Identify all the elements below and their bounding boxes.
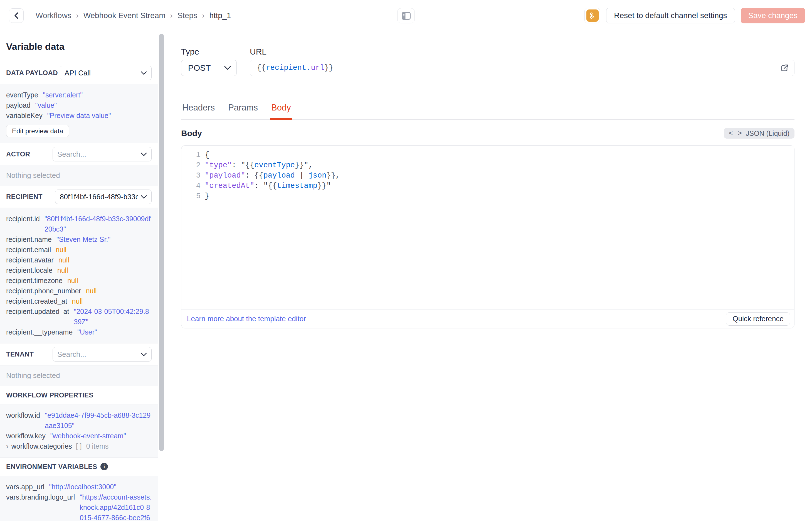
quick-reference-button[interactable]: Quick reference bbox=[726, 312, 790, 325]
data-row: workflow.key"webhook-event-stream" bbox=[6, 431, 152, 441]
breadcrumb-separator-icon: › bbox=[202, 12, 205, 20]
tenant-row: TENANT Search... bbox=[0, 343, 158, 365]
top-header: Workflows › Webhook Event Stream › Steps… bbox=[0, 0, 812, 31]
items-count: 0 items bbox=[86, 441, 109, 451]
sidebar-scrollbar[interactable] bbox=[159, 34, 164, 451]
chevron-down-icon bbox=[224, 66, 231, 70]
empty-array-badge: [ ] bbox=[76, 441, 82, 451]
code-line: 4"createdAt": "{{timestamp}}" bbox=[182, 181, 794, 191]
chevron-down-icon bbox=[141, 353, 147, 356]
chevron-down-icon bbox=[141, 153, 147, 156]
request-tabs: Headers Params Body bbox=[181, 103, 794, 120]
breadcrumb-separator-icon: › bbox=[170, 12, 173, 20]
code-line: 1{ bbox=[182, 150, 794, 160]
body-section-label: Body bbox=[181, 129, 202, 138]
data-row: eventType "server:alert" bbox=[6, 90, 152, 100]
variable-data-sidebar: Variable data DATA PAYLOAD API Call even… bbox=[0, 31, 166, 521]
breadcrumb-steps[interactable]: Steps bbox=[177, 11, 197, 20]
tab-body[interactable]: Body bbox=[270, 103, 292, 119]
actor-select[interactable]: Search... bbox=[53, 147, 151, 161]
data-payload-select[interactable]: API Call bbox=[60, 66, 151, 80]
tab-params[interactable]: Params bbox=[227, 103, 259, 119]
data-payload-row: DATA PAYLOAD API Call bbox=[0, 62, 158, 84]
back-button[interactable] bbox=[9, 8, 24, 23]
code-icon: < > bbox=[729, 130, 742, 137]
data-row: recipient.avatarnull bbox=[6, 255, 152, 265]
recipient-row: RECIPIENT 80f1f4bf-166d-48f9-b33c-39009d… bbox=[0, 186, 158, 208]
actor-empty: Nothing selected bbox=[0, 165, 158, 186]
data-row: workflow.id"e91ddae4-7f99-45cb-a688-3c12… bbox=[6, 410, 152, 431]
breadcrumb-separator-icon: › bbox=[76, 12, 79, 20]
chevron-down-icon bbox=[141, 71, 147, 75]
body-template-editor: 1{ 2"type": "{{eventType}}", 3"payload":… bbox=[181, 145, 794, 329]
data-row: payload "value" bbox=[6, 100, 152, 111]
data-row: recipient.created_atnull bbox=[6, 296, 152, 307]
save-changes-button[interactable]: Save changes bbox=[741, 8, 805, 23]
breadcrumb: Workflows › Webhook Event Stream › Steps… bbox=[35, 0, 231, 31]
editor-footer: Learn more about the template editor Qui… bbox=[182, 309, 794, 328]
language-badge: < > JSON (Liquid) bbox=[724, 128, 794, 139]
method-select[interactable]: POST bbox=[181, 60, 237, 76]
step-editor-main: Type POST URL {{recipient.url}} bbox=[166, 31, 805, 521]
url-label: URL bbox=[250, 47, 794, 56]
code-line: 3"payload": {{payload | json}}, bbox=[182, 171, 794, 181]
sidebar-toggle-button[interactable] bbox=[397, 8, 415, 23]
environment-values: vars.app_url"http://localhost:3000" vars… bbox=[0, 476, 158, 521]
branch-icon bbox=[587, 9, 599, 22]
data-row: recipient.emailnull bbox=[6, 245, 152, 255]
data-row: recipient.__typename"User" bbox=[6, 327, 152, 337]
breadcrumb-workflows[interactable]: Workflows bbox=[35, 11, 71, 20]
panel-left-icon bbox=[402, 12, 411, 20]
code-line: 2"type": "{{eventType}}", bbox=[182, 160, 794, 171]
edit-preview-data-button[interactable]: Edit preview data bbox=[6, 125, 69, 137]
expand-editor-button[interactable] bbox=[779, 62, 791, 74]
data-row: recipient.timezonenull bbox=[6, 275, 152, 286]
data-payload-label: DATA PAYLOAD bbox=[6, 69, 58, 77]
url-value: {{recipient.url}} bbox=[257, 64, 333, 72]
external-link-icon bbox=[780, 64, 789, 72]
chevron-right-icon: › bbox=[6, 441, 9, 451]
main-scrollbar-track[interactable] bbox=[805, 31, 812, 521]
workflow-values: workflow.id"e91ddae4-7f99-45cb-a688-3c12… bbox=[0, 404, 158, 457]
tenant-empty: Nothing selected bbox=[0, 365, 158, 386]
data-row: recipient.id"80f1f4bf-166d-48f9-b33c-390… bbox=[6, 214, 152, 234]
tenant-label: TENANT bbox=[6, 350, 34, 358]
tenant-select[interactable]: Search... bbox=[53, 347, 151, 362]
chevron-down-icon bbox=[141, 195, 147, 199]
data-row: recipient.updated_at"2024-03-05T00:42:29… bbox=[6, 307, 152, 327]
recipient-select[interactable]: 80f1f4bf-166d-48f9-b33c-39009df20bc3 bbox=[55, 189, 151, 204]
type-label: Type bbox=[181, 47, 237, 56]
data-row: vars.branding.logo_url"https://account-a… bbox=[6, 492, 152, 521]
code-editor[interactable]: 1{ 2"type": "{{eventType}}", 3"payload":… bbox=[182, 145, 794, 309]
recipient-values: recipient.id"80f1f4bf-166d-48f9-b33c-390… bbox=[0, 208, 158, 343]
workflow-categories-row[interactable]: › workflow.categories [ ] 0 items bbox=[6, 441, 152, 451]
learn-more-link[interactable]: Learn more about the template editor bbox=[187, 315, 306, 323]
workflow-properties-heading: WORKFLOW PROPERTIES bbox=[0, 386, 158, 404]
info-icon[interactable]: i bbox=[100, 463, 108, 470]
breadcrumb-step-name: http_1 bbox=[209, 11, 231, 20]
tab-headers[interactable]: Headers bbox=[181, 103, 216, 119]
code-line: 5} bbox=[182, 191, 794, 202]
data-row: vars.app_url"http://localhost:3000" bbox=[6, 482, 152, 492]
sidebar-title: Variable data bbox=[0, 31, 158, 62]
recipient-label: RECIPIENT bbox=[6, 193, 43, 201]
data-row: variableKey "Preview data value" bbox=[6, 111, 152, 121]
data-row: recipient.name"Steven Metz Sr." bbox=[6, 234, 152, 245]
reset-channel-settings-button[interactable]: Reset to default channel settings bbox=[606, 8, 735, 23]
url-input[interactable]: {{recipient.url}} bbox=[250, 60, 794, 76]
breadcrumb-workflow-name[interactable]: Webhook Event Stream bbox=[83, 11, 166, 20]
chevron-left-icon bbox=[13, 12, 20, 19]
data-row: recipient.phone_numbernull bbox=[6, 286, 152, 296]
commit-button[interactable] bbox=[584, 8, 600, 23]
header-actions: Reset to default channel settings Save c… bbox=[584, 8, 805, 23]
actor-row: ACTOR Search... bbox=[0, 143, 158, 165]
data-row: recipient.localenull bbox=[6, 265, 152, 275]
data-payload-values: eventType "server:alert" payload "value"… bbox=[0, 84, 158, 143]
environment-variables-heading: ENVIRONMENT VARIABLES i bbox=[0, 457, 158, 476]
actor-label: ACTOR bbox=[6, 150, 30, 158]
